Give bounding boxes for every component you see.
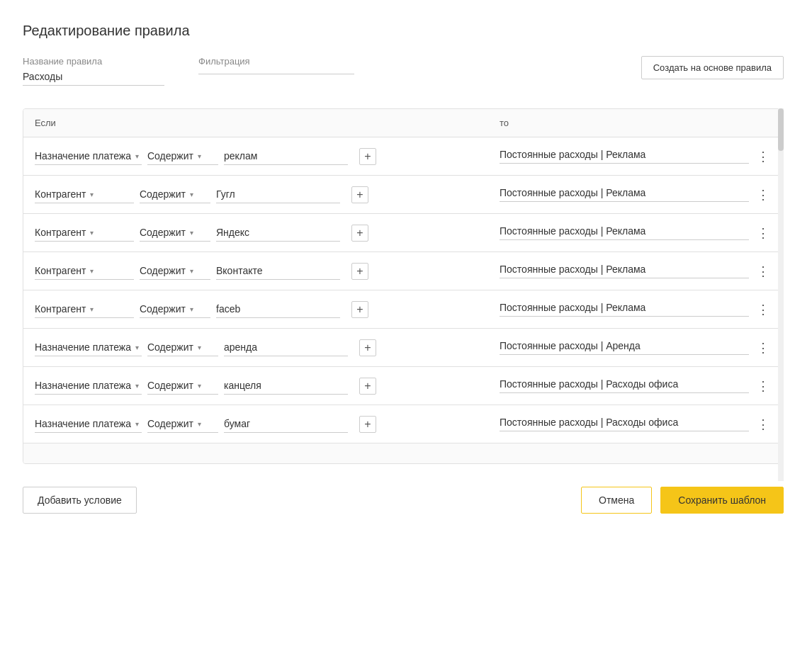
filtration-label: Фильтрация bbox=[198, 56, 354, 67]
if-operator-select[interactable]: Содержит ▾ bbox=[140, 224, 210, 242]
page-title: Редактирование правила bbox=[23, 23, 784, 39]
filtration-group: Фильтрация bbox=[198, 56, 354, 74]
footer: Добавить условие Отмена Сохранить шаблон bbox=[23, 487, 784, 514]
if-field-select[interactable]: Контрагент ▾ bbox=[35, 262, 134, 280]
if-operator-label: Содержит bbox=[140, 303, 186, 315]
filtration-value bbox=[198, 71, 354, 74]
if-part: Назначение платежа ▾ Содержит ▾ + bbox=[35, 147, 488, 165]
more-menu-button[interactable]: ⋮ bbox=[755, 378, 772, 395]
if-operator-label: Содержит bbox=[140, 227, 186, 238]
if-operator-select[interactable]: Содержит ▾ bbox=[147, 147, 218, 165]
if-field-label: Контрагент bbox=[35, 188, 86, 200]
table-row: Контрагент ▾ Содержит ▾ + Постоянные рас… bbox=[23, 252, 783, 290]
if-operator-label: Содержит bbox=[140, 265, 186, 276]
scrollbar-track[interactable] bbox=[778, 108, 784, 481]
chevron-down-icon: ▾ bbox=[198, 420, 201, 428]
chevron-down-icon: ▾ bbox=[135, 382, 139, 390]
header-right: Создать на основе правила bbox=[641, 56, 784, 79]
chevron-down-icon: ▾ bbox=[190, 229, 193, 237]
rule-name-group: Название правила Расходы bbox=[23, 56, 164, 86]
more-menu-button[interactable]: ⋮ bbox=[755, 416, 772, 433]
add-sub-condition-button[interactable]: + bbox=[359, 378, 376, 395]
if-value-input[interactable] bbox=[224, 339, 348, 356]
then-value: Постоянные расходы | Реклама bbox=[500, 149, 749, 164]
chevron-down-icon: ▾ bbox=[135, 344, 139, 351]
then-part: Постоянные расходы | Реклама ⋮ bbox=[488, 148, 772, 165]
if-operator-label: Содержит bbox=[147, 380, 193, 391]
create-based-button[interactable]: Создать на основе правила bbox=[641, 56, 784, 79]
if-value-input[interactable] bbox=[216, 186, 340, 203]
add-sub-condition-button[interactable]: + bbox=[359, 339, 376, 356]
chevron-down-icon: ▾ bbox=[90, 229, 94, 237]
conditions-table: Если то Назначение платежа ▾ Содержит ▾ … bbox=[23, 108, 784, 464]
add-sub-condition-button[interactable]: + bbox=[359, 416, 376, 433]
then-value: Постоянные расходы | Реклама bbox=[500, 225, 749, 240]
table-row: Назначение платежа ▾ Содержит ▾ + Постоя… bbox=[23, 367, 783, 405]
conditions-section: Если то Назначение платежа ▾ Содержит ▾ … bbox=[23, 108, 784, 481]
if-operator-label: Содержит bbox=[147, 341, 193, 353]
table-row: Контрагент ▾ Содержит ▾ + Постоянные рас… bbox=[23, 214, 783, 252]
if-value-input[interactable] bbox=[216, 224, 340, 242]
table-row: Назначение платежа ▾ Содержит ▾ + Постоя… bbox=[23, 329, 783, 367]
more-menu-button[interactable]: ⋮ bbox=[755, 301, 772, 318]
if-value-input[interactable] bbox=[224, 147, 348, 165]
header-row: Название правила Расходы Фильтрация Созд… bbox=[23, 56, 784, 86]
if-field-select[interactable]: Назначение платежа ▾ bbox=[35, 339, 142, 356]
add-condition-button[interactable]: Добавить условие bbox=[23, 487, 137, 514]
col-if-header: Если bbox=[35, 118, 488, 128]
if-operator-select[interactable]: Содержит ▾ bbox=[140, 262, 210, 280]
if-value-input[interactable] bbox=[224, 415, 348, 433]
if-operator-select[interactable]: Содержит ▾ bbox=[147, 377, 218, 395]
then-value: Постоянные расходы | Реклама bbox=[500, 264, 749, 278]
then-value: Постоянные расходы | Расходы офиса bbox=[500, 417, 749, 431]
save-button[interactable]: Сохранить шаблон bbox=[660, 487, 784, 514]
then-part: Постоянные расходы | Аренда ⋮ bbox=[488, 339, 772, 356]
if-operator-select[interactable]: Содержит ▾ bbox=[147, 339, 218, 356]
more-menu-button[interactable]: ⋮ bbox=[755, 263, 772, 280]
if-field-select[interactable]: Контрагент ▾ bbox=[35, 300, 134, 318]
add-sub-condition-button[interactable]: + bbox=[359, 148, 376, 165]
if-field-select[interactable]: Назначение платежа ▾ bbox=[35, 147, 142, 165]
table-row: Контрагент ▾ Содержит ▾ + Постоянные рас… bbox=[23, 176, 783, 214]
chevron-down-icon: ▾ bbox=[198, 382, 201, 390]
if-part: Контрагент ▾ Содержит ▾ + bbox=[35, 224, 488, 242]
if-operator-select[interactable]: Содержит ▾ bbox=[140, 300, 210, 318]
if-field-label: Назначение платежа bbox=[35, 341, 131, 353]
conditions-body: Назначение платежа ▾ Содержит ▾ + Постоя… bbox=[23, 137, 783, 463]
if-part: Назначение платежа ▾ Содержит ▾ + bbox=[35, 415, 488, 433]
table-row: Назначение платежа ▾ Содержит ▾ + Постоя… bbox=[23, 405, 783, 443]
if-field-select[interactable]: Назначение платежа ▾ bbox=[35, 377, 142, 395]
cancel-button[interactable]: Отмена bbox=[581, 487, 652, 514]
if-field-label: Контрагент bbox=[35, 303, 86, 315]
more-menu-button[interactable]: ⋮ bbox=[755, 148, 772, 165]
add-sub-condition-button[interactable]: + bbox=[351, 225, 368, 242]
if-part: Контрагент ▾ Содержит ▾ + bbox=[35, 262, 488, 280]
chevron-down-icon: ▾ bbox=[90, 191, 94, 198]
chevron-down-icon: ▾ bbox=[90, 267, 94, 275]
if-operator-label: Содержит bbox=[147, 418, 193, 429]
if-field-select[interactable]: Контрагент ▾ bbox=[35, 186, 134, 203]
scrollbar-thumb[interactable] bbox=[778, 108, 784, 151]
add-sub-condition-button[interactable]: + bbox=[351, 301, 368, 318]
chevron-down-icon: ▾ bbox=[190, 267, 193, 275]
if-operator-select[interactable]: Содержит ▾ bbox=[140, 186, 210, 203]
if-value-input[interactable] bbox=[224, 377, 348, 395]
if-part: Контрагент ▾ Содержит ▾ + bbox=[35, 300, 488, 318]
if-field-select[interactable]: Контрагент ▾ bbox=[35, 224, 134, 242]
chevron-down-icon: ▾ bbox=[90, 305, 94, 313]
more-menu-button[interactable]: ⋮ bbox=[755, 225, 772, 242]
then-part: Постоянные расходы | Реклама ⋮ bbox=[488, 263, 772, 280]
then-value: Постоянные расходы | Расходы офиса bbox=[500, 378, 749, 393]
if-operator-label: Содержит bbox=[147, 150, 193, 162]
rule-name-value: Расходы bbox=[23, 71, 164, 86]
if-field-select[interactable]: Назначение платежа ▾ bbox=[35, 415, 142, 433]
more-menu-button[interactable]: ⋮ bbox=[755, 186, 772, 203]
more-menu-button[interactable]: ⋮ bbox=[755, 339, 772, 356]
if-part: Назначение платежа ▾ Содержит ▾ + bbox=[35, 339, 488, 356]
if-value-input[interactable] bbox=[216, 300, 340, 318]
add-sub-condition-button[interactable]: + bbox=[351, 186, 368, 203]
if-value-input[interactable] bbox=[216, 262, 340, 280]
if-operator-select[interactable]: Содержит ▾ bbox=[147, 415, 218, 433]
if-field-label: Назначение платежа bbox=[35, 380, 131, 391]
add-sub-condition-button[interactable]: + bbox=[351, 263, 368, 280]
